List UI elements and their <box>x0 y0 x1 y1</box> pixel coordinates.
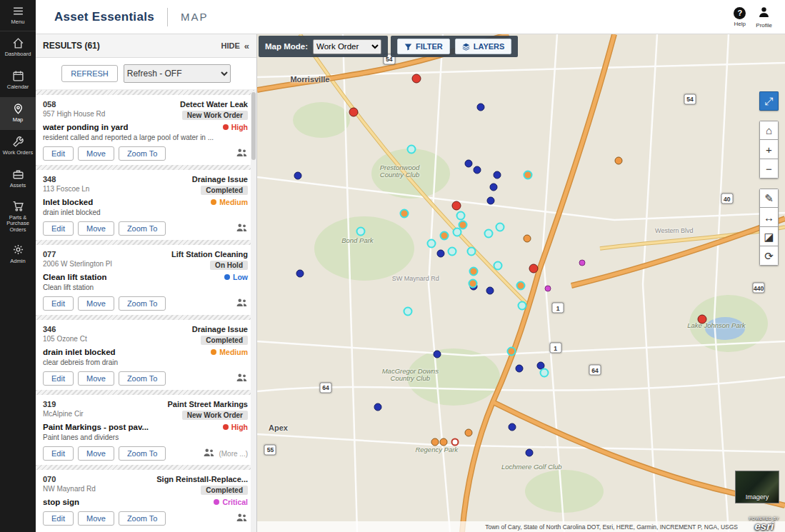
zoom-to-button[interactable]: Zoom To <box>119 296 166 311</box>
map-marker[interactable] <box>356 227 365 236</box>
map-marker[interactable] <box>404 307 413 316</box>
map-marker[interactable] <box>615 157 623 165</box>
measure-button[interactable]: ↔ <box>759 208 779 227</box>
results-scrollbar[interactable] <box>251 91 256 532</box>
basemap-imagery-toggle[interactable]: Imagery <box>735 471 779 503</box>
zoom-in-button[interactable]: + <box>759 140 779 159</box>
sidebar-item-assets[interactable]: Assets <box>0 163 36 196</box>
assignees-icon[interactable] <box>203 447 215 460</box>
sidebar-item-workorders[interactable]: Work Orders <box>0 130 36 163</box>
map-marker[interactable] <box>524 171 533 180</box>
map-marker[interactable] <box>431 438 439 446</box>
map-marker[interactable] <box>507 346 516 356</box>
refresh-mode-select[interactable]: Refresh - OFF <box>124 64 231 83</box>
map-marker[interactable] <box>439 438 447 446</box>
map-marker[interactable] <box>437 249 445 257</box>
map-marker[interactable] <box>456 211 466 221</box>
sidebar-item-parts[interactable]: Parts & Purchase Orders <box>0 196 36 239</box>
edit-button[interactable]: Edit <box>43 296 74 311</box>
map-marker[interactable] <box>469 279 478 288</box>
draw-button[interactable]: ✎ <box>759 189 779 208</box>
map-marker[interactable] <box>465 160 473 168</box>
map-marker[interactable] <box>477 103 485 111</box>
map-marker[interactable] <box>545 286 551 292</box>
map-marker[interactable] <box>451 438 459 446</box>
move-button[interactable]: Move <box>78 296 114 311</box>
assignees-icon[interactable] <box>236 297 248 310</box>
map-marker[interactable] <box>433 351 441 358</box>
move-button[interactable]: Move <box>78 146 114 161</box>
map-marker[interactable] <box>439 231 449 241</box>
map-marker[interactable] <box>495 222 504 231</box>
zoom-to-button[interactable]: Zoom To <box>119 446 166 461</box>
map-marker[interactable] <box>447 246 456 256</box>
sidebar-item-admin[interactable]: Admin <box>0 238 36 271</box>
map-marker[interactable] <box>526 449 534 457</box>
map-marker[interactable] <box>697 314 706 323</box>
filter-button[interactable]: FILTER <box>397 39 450 54</box>
map-marker[interactable] <box>426 239 436 248</box>
zoom-to-button[interactable]: Zoom To <box>119 221 166 236</box>
map-marker[interactable] <box>579 259 586 266</box>
zoom-to-button[interactable]: Zoom To <box>119 146 166 161</box>
map-marker[interactable] <box>474 166 481 174</box>
move-button[interactable]: Move <box>78 446 114 461</box>
map-marker[interactable] <box>494 171 501 179</box>
edit-button[interactable]: Edit <box>43 511 74 526</box>
map-marker[interactable] <box>486 286 494 294</box>
map-marker[interactable] <box>484 229 493 238</box>
refresh-button[interactable]: ⟳ <box>759 246 779 266</box>
map-marker[interactable] <box>467 246 476 256</box>
map-marker[interactable] <box>508 423 516 431</box>
edit-button[interactable]: Edit <box>43 146 74 161</box>
move-button[interactable]: Move <box>78 221 114 236</box>
assignees-icon[interactable] <box>236 222 248 235</box>
profile-button[interactable]: Profile <box>756 6 772 29</box>
map-marker[interactable] <box>400 209 409 218</box>
map-marker[interactable] <box>349 107 359 116</box>
hide-panel-button[interactable]: HIDE « <box>221 41 249 51</box>
sidebar-item-menu[interactable]: Menu <box>0 0 36 31</box>
help-button[interactable]: ? Help <box>734 7 746 27</box>
map-marker[interactable] <box>469 266 478 276</box>
erase-button[interactable]: ◪ <box>759 227 779 246</box>
map-marker[interactable] <box>406 145 416 154</box>
layers-button[interactable]: LAYERS <box>455 39 512 54</box>
move-button[interactable]: Move <box>78 371 114 386</box>
map-marker[interactable] <box>493 261 502 271</box>
map-marker[interactable] <box>529 264 539 273</box>
map-marker[interactable] <box>459 220 468 229</box>
map-marker[interactable] <box>486 196 494 204</box>
sidebar-item-map[interactable]: Map <box>0 97 36 130</box>
map-marker[interactable] <box>490 183 498 191</box>
map-marker[interactable] <box>516 364 524 372</box>
map-marker[interactable] <box>452 201 461 210</box>
map-marker[interactable] <box>516 281 525 290</box>
refresh-button[interactable]: REFRESH <box>61 65 118 82</box>
map-marker[interactable] <box>412 74 421 84</box>
map-marker[interactable] <box>524 234 531 242</box>
assignees-icon[interactable] <box>236 512 248 525</box>
map-marker[interactable] <box>374 403 382 411</box>
sidebar-item-dashboard[interactable]: Dashboard <box>0 31 36 64</box>
assignees-icon[interactable] <box>236 147 248 160</box>
move-button[interactable]: Move <box>78 511 114 526</box>
more-link[interactable]: (More ...) <box>219 450 248 458</box>
scrollbar-thumb[interactable] <box>251 92 256 160</box>
edit-button[interactable]: Edit <box>43 221 74 236</box>
home-button[interactable]: ⌂ <box>759 121 779 140</box>
map-marker[interactable] <box>517 301 526 310</box>
map-marker[interactable] <box>296 270 304 278</box>
sidebar-item-calendar[interactable]: Calendar <box>0 64 36 97</box>
expand-button[interactable]: ⤢ <box>759 91 779 111</box>
map-marker[interactable] <box>465 429 473 437</box>
map-marker[interactable] <box>540 368 549 377</box>
assignees-icon[interactable] <box>236 372 248 385</box>
map-canvas[interactable]: Map Mode: Work Order FILTER LAYERS ⤢⌂+−✎… <box>257 34 785 532</box>
zoom-to-button[interactable]: Zoom To <box>119 511 166 526</box>
map-marker[interactable] <box>294 171 301 179</box>
edit-button[interactable]: Edit <box>43 446 74 461</box>
zoom-out-button[interactable]: − <box>759 159 779 179</box>
map-mode-select[interactable]: Work Order <box>313 39 381 54</box>
edit-button[interactable]: Edit <box>43 371 74 386</box>
